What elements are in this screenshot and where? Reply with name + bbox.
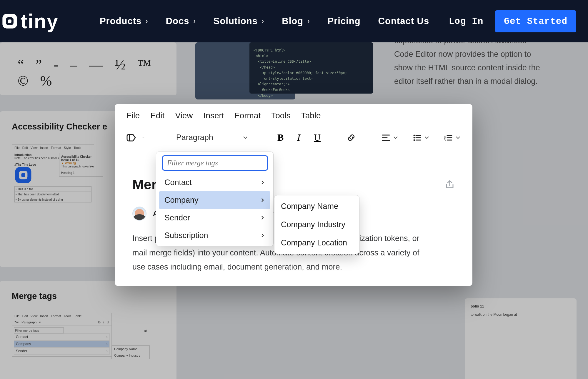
category-sender[interactable]: Sender [159,209,270,227]
editor-menubar: File Edit View Insert Format Tools Table [115,104,472,128]
submenu-company-name[interactable]: Company Name [274,197,359,215]
block-format-label: Paragraph [176,133,213,142]
get-started-button[interactable]: Get Started [495,10,576,32]
avatar [132,207,146,221]
underline-button[interactable]: U [314,132,321,143]
chevron-down-icon[interactable] [142,135,144,140]
block-format-select[interactable]: Paragraph [173,131,251,144]
nav-blog[interactable]: Blog› [282,16,310,26]
brand-text: tiny [21,10,59,33]
tiny-icon [2,13,18,29]
submenu-company-industry[interactable]: Company Industry [274,215,359,234]
chevron-right-icon: › [262,17,264,25]
nav-solutions[interactable]: Solutions› [214,16,264,26]
chevron-right-icon [260,198,265,202]
submenu-company-location[interactable]: Company Location [274,234,359,252]
chevron-right-icon: › [146,17,148,25]
login-link[interactable]: Log In [449,16,484,26]
bold-button[interactable]: B [277,132,284,143]
category-contact[interactable]: Contact [159,174,270,191]
menu-file[interactable]: File [126,111,140,120]
merge-tags-modal: File Edit View Insert Format Tools Table… [115,104,472,286]
chevron-down-icon [393,135,398,140]
top-nav: tiny Products› Docs› Solutions› Blog› Pr… [0,0,588,42]
menu-edit[interactable]: Edit [150,111,164,120]
nav-docs[interactable]: Docs› [166,16,196,26]
chevron-right-icon: › [193,17,196,25]
brand-logo[interactable]: tiny [2,10,59,33]
nav-contact[interactable]: Contact Us [378,16,429,26]
menu-format[interactable]: Format [235,111,261,120]
chevron-right-icon [260,233,265,238]
merge-tag-dropdown: Contact Company Sender Subscription [156,152,274,246]
chevron-right-icon [260,180,265,185]
menu-tools[interactable]: Tools [271,111,290,120]
filter-merge-tags-input[interactable] [162,155,268,171]
nav-products[interactable]: Products› [100,16,148,26]
category-company[interactable]: Company [159,191,270,209]
nav-center: Products› Docs› Solutions› Blog› Pricing… [100,16,429,26]
bullet-list-button[interactable] [413,134,429,141]
svg-point-7 [414,137,415,138]
chevron-down-icon [243,135,248,140]
menu-view[interactable]: View [175,111,193,120]
svg-point-6 [414,134,415,136]
numbered-list-button[interactable]: 123 [444,134,461,141]
chevron-down-icon [424,135,429,140]
svg-rect-2 [8,19,11,23]
nav-right: Log In Get Started [449,10,576,32]
svg-point-8 [414,139,415,141]
menu-table[interactable]: Table [301,111,321,120]
merge-tag-icon[interactable] [126,133,136,142]
share-icon[interactable] [445,179,455,190]
nav-pricing[interactable]: Pricing [327,16,360,26]
chevron-down-icon [455,135,461,140]
text-style-group: B I U [277,132,321,143]
italic-button[interactable]: I [297,132,300,143]
merge-tag-submenu: Company Name Company Industry Company Lo… [274,195,359,254]
svg-text:3: 3 [444,139,446,141]
editor-toolbar: Paragraph B I U 123 [115,128,472,153]
chevron-right-icon [260,215,265,220]
align-button[interactable] [382,134,398,141]
menu-insert[interactable]: Insert [204,111,224,120]
chevron-right-icon: › [307,17,310,25]
category-subscription[interactable]: Subscription [159,227,270,244]
link-icon[interactable] [347,133,356,142]
